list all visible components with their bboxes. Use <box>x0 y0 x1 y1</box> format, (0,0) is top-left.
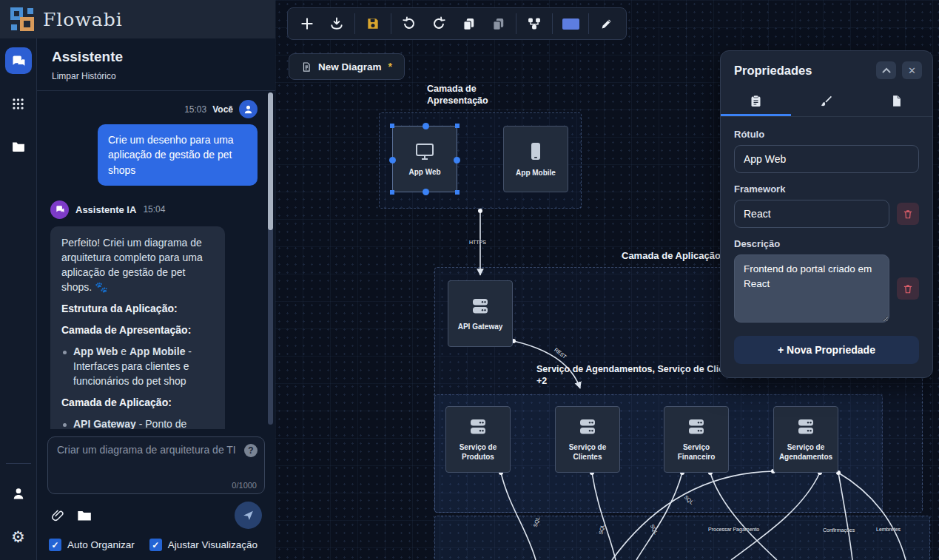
canvas-toolbar <box>287 7 627 40</box>
connection-handle[interactable] <box>423 189 429 195</box>
group-data-band[interactable] <box>434 516 930 560</box>
paste-button[interactable] <box>483 10 513 37</box>
selection-handle[interactable] <box>390 124 394 128</box>
monitor-icon <box>414 142 436 161</box>
save-floppy-icon <box>366 16 380 31</box>
undo-button[interactable] <box>394 10 424 37</box>
selection-handle[interactable] <box>455 190 460 195</box>
delete-descricao-button[interactable] <box>897 277 919 300</box>
auto-layout-button[interactable] <box>519 10 549 37</box>
rail-item-assistant[interactable] <box>5 47 32 74</box>
assistant-avatar <box>50 200 69 219</box>
rail-item-files[interactable] <box>5 133 32 160</box>
properties-body: Rótulo Framework Descrição Frontend do p… <box>721 117 932 364</box>
assistant-heading: Camada de Aplicação: <box>61 396 214 411</box>
toolbar-divider <box>552 13 553 34</box>
send-plane-icon <box>242 509 255 522</box>
icon-rail: ⚙ <box>0 38 37 560</box>
properties-header: Propriedades ✕ <box>721 51 932 88</box>
connection-handle[interactable] <box>423 123 429 129</box>
undo-icon <box>402 16 417 31</box>
chat-scrollbar-thumb[interactable] <box>268 92 273 230</box>
close-panel-button[interactable]: ✕ <box>902 61 922 79</box>
chat-input-container: ? 0/1000 <box>47 436 265 494</box>
framework-input[interactable] <box>734 200 889 228</box>
connection-handle[interactable] <box>454 157 460 163</box>
selection-handle[interactable] <box>455 124 460 128</box>
collapse-panel-button[interactable] <box>876 61 896 79</box>
export-button[interactable] <box>322 10 351 37</box>
chat-input[interactable] <box>57 444 239 480</box>
clear-history-link[interactable]: Limpar Histórico <box>37 67 275 91</box>
node-app-mobile[interactable]: App Mobile <box>503 126 568 192</box>
message-list: 15:03 Você Crie um desenho para uma apli… <box>37 91 275 429</box>
add-property-button[interactable]: + Nova Propriedade <box>734 336 919 364</box>
checkbox-checked-icon: ✓ <box>49 539 61 551</box>
descricao-label: Descrição <box>734 238 919 249</box>
rotulo-input[interactable] <box>734 145 919 173</box>
rail-item-shapes[interactable] <box>5 90 32 117</box>
diagram-file-tab[interactable]: New Diagram * <box>289 53 405 80</box>
selection-handle[interactable] <box>390 190 394 195</box>
tab-style[interactable] <box>791 88 861 116</box>
redo-button[interactable] <box>424 10 454 37</box>
user-message-bubble: Crie um desenho para uma aplicação de ge… <box>98 124 258 186</box>
left-column: Flowabi <box>0 0 275 560</box>
assistant-message-time: 15:04 <box>143 204 165 215</box>
chat-scrollbar[interactable] <box>268 92 273 425</box>
diagram-canvas[interactable]: New Diagram * Camada de Apresentação Cam… <box>275 0 939 560</box>
node-servico-financeiro[interactable]: Serviço Financeiro <box>664 406 729 473</box>
toolbar-divider <box>588 13 589 34</box>
rail-item-account[interactable] <box>5 480 32 507</box>
mobile-icon <box>527 141 545 162</box>
paperclip-icon[interactable] <box>50 508 65 523</box>
fit-view-checkbox[interactable]: ✓ Ajustar Visualização <box>149 539 258 551</box>
edge-label-https: HTTPS <box>469 240 486 245</box>
connection-handle[interactable] <box>389 157 396 163</box>
close-icon: ✕ <box>908 65 916 76</box>
folder-icon <box>11 139 26 154</box>
bullet-text: API Gateway - Ponto de entrada centraliz… <box>73 417 214 429</box>
help-icon[interactable]: ? <box>244 444 258 457</box>
rail-divider <box>6 463 31 464</box>
folder-open-icon[interactable] <box>77 509 92 522</box>
tab-properties[interactable] <box>721 88 791 116</box>
chat-options-row: ✓ Auto Organizar ✓ Ajustar Visualização <box>49 539 263 551</box>
edit-button[interactable] <box>592 10 622 37</box>
node-api-gateway[interactable]: API Gateway <box>448 280 513 347</box>
plus-icon <box>300 16 314 31</box>
file-icon <box>892 95 902 107</box>
brush-icon <box>820 95 832 107</box>
redo-icon <box>431 16 446 31</box>
user-avatar <box>239 100 258 118</box>
toolbar-divider <box>354 13 355 34</box>
toolbar-divider <box>391 13 391 34</box>
tab-document[interactable] <box>862 88 932 116</box>
brand-title: Flowabi <box>43 9 123 30</box>
assistant-heading: Camada de Apresentação: <box>61 323 214 338</box>
add-node-button[interactable] <box>292 10 322 37</box>
rectangle-node-tool[interactable] <box>556 10 585 37</box>
server-icon <box>468 417 488 436</box>
node-app-web[interactable]: App Web <box>392 126 457 192</box>
save-button[interactable] <box>358 10 388 37</box>
person-icon <box>243 104 254 115</box>
char-counter: 0/1000 <box>232 481 257 490</box>
node-servico-clientes[interactable]: Serviço de Clientes <box>555 406 620 473</box>
assistant-panel: Assistente Limpar Histórico 15:03 Você C… <box>37 38 275 560</box>
paste-icon <box>491 17 505 31</box>
delete-framework-button[interactable] <box>897 203 919 225</box>
bullet-text: App Web e App Mobile - Interfaces para c… <box>73 345 214 389</box>
assistant-heading: Estrutura da Aplicação: <box>61 302 214 317</box>
node-servico-produtos[interactable]: Serviço de Produtos <box>445 406 511 473</box>
send-button[interactable] <box>235 502 262 529</box>
descricao-textarea[interactable]: Frontend do portal criado em React <box>734 254 889 323</box>
download-icon <box>329 16 344 31</box>
rail-item-settings[interactable]: ⚙ <box>5 523 32 550</box>
assistant-title: Assistente <box>37 38 275 67</box>
copy-button[interactable] <box>454 10 483 37</box>
pencil-icon <box>600 17 613 30</box>
chevron-up-icon <box>882 67 891 73</box>
node-servico-agendamentos[interactable]: Serviço de Agendamentos <box>773 406 838 473</box>
auto-organize-checkbox[interactable]: ✓ Auto Organizar <box>49 539 135 551</box>
